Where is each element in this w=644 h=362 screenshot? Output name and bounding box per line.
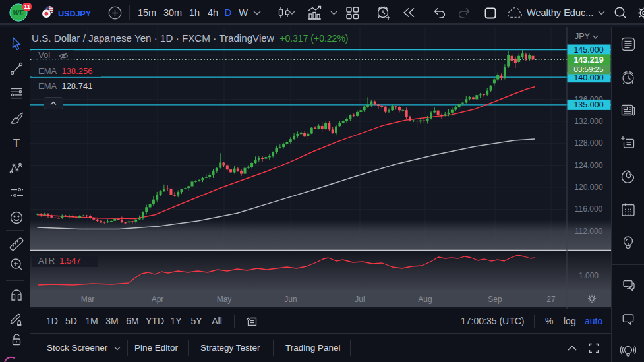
svg-text:Sep: Sep <box>488 295 502 304</box>
svg-text:Aug: Aug <box>418 295 432 304</box>
svg-text:Mar: Mar <box>81 295 95 304</box>
svg-text:140.000: 140.000 <box>573 73 603 82</box>
svg-text:Jun: Jun <box>284 295 297 304</box>
svg-text:145.000: 145.000 <box>573 45 603 55</box>
svg-text:11: 11 <box>24 3 31 10</box>
svg-text:128.000: 128.000 <box>574 138 603 148</box>
svg-text:03:59:25: 03:59:25 <box>574 65 604 73</box>
svg-text:112.000: 112.000 <box>575 227 603 236</box>
svg-text:T: T <box>13 137 20 150</box>
svg-text:Apr: Apr <box>152 295 164 304</box>
svg-text:132.000: 132.000 <box>574 117 603 126</box>
svg-text:JPY: JPY <box>575 32 591 41</box>
svg-text:124.000: 124.000 <box>574 161 603 170</box>
svg-text:1.000: 1.000 <box>579 271 599 280</box>
svg-text:116.000: 116.000 <box>575 204 603 214</box>
svg-text:120.000: 120.000 <box>574 183 603 192</box>
svg-text:May: May <box>217 295 232 304</box>
svg-text:135.000: 135.000 <box>573 100 603 109</box>
svg-text:27: 27 <box>546 295 556 304</box>
svg-text:143.219: 143.219 <box>573 55 603 65</box>
svg-text:Jul: Jul <box>355 295 365 304</box>
svg-text:WE: WE <box>13 9 25 16</box>
